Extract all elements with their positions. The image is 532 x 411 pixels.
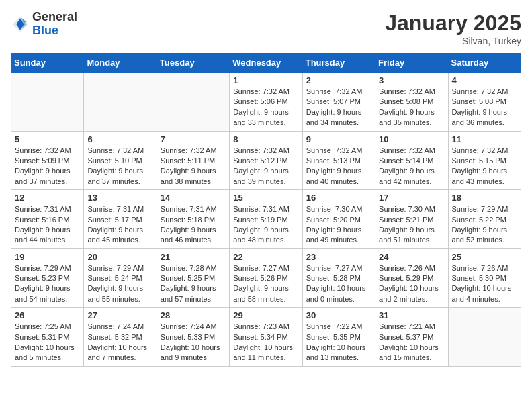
calendar-cell: 22Sunrise: 7:27 AMSunset: 5:26 PMDayligh… (230, 248, 302, 308)
logo: General Blue (11, 11, 77, 38)
cell-content: and 40 minutes. (306, 177, 371, 187)
day-number: 12 (15, 193, 80, 203)
calendar-cell: 13Sunrise: 7:31 AMSunset: 5:17 PMDayligh… (84, 190, 157, 249)
cell-content: Sunset: 5:24 PM (87, 273, 152, 283)
location: Silvan, Turkey (385, 36, 521, 46)
day-number: 22 (233, 252, 298, 262)
cell-content: and 38 minutes. (161, 177, 226, 187)
cell-content: Sunrise: 7:32 AM (379, 87, 444, 97)
calendar-week-row: 1Sunrise: 7:32 AMSunset: 5:06 PMDaylight… (11, 73, 521, 132)
cell-content: Daylight: 9 hours (233, 166, 298, 176)
calendar-cell: 8Sunrise: 7:32 AMSunset: 5:12 PMDaylight… (230, 131, 302, 190)
cell-content: and 57 minutes. (161, 294, 226, 304)
cell-content: Daylight: 9 hours (161, 225, 226, 235)
calendar-cell: 5Sunrise: 7:32 AMSunset: 5:09 PMDaylight… (11, 131, 84, 190)
cell-content: Daylight: 10 hours (15, 342, 80, 353)
cell-content: Sunset: 5:32 PM (87, 332, 152, 342)
weekday-header: Saturday (448, 54, 521, 73)
cell-content: Sunrise: 7:29 AM (15, 263, 80, 273)
cell-content: Sunrise: 7:32 AM (233, 146, 298, 156)
day-number: 11 (452, 134, 517, 144)
cell-content: Daylight: 10 hours (306, 283, 371, 293)
calendar-cell: 19Sunrise: 7:29 AMSunset: 5:23 PMDayligh… (11, 248, 84, 308)
day-number: 30 (306, 310, 371, 320)
cell-content: Daylight: 9 hours (452, 166, 517, 176)
day-number: 14 (161, 193, 226, 203)
cell-content: Daylight: 10 hours (233, 342, 298, 353)
calendar-week-row: 19Sunrise: 7:29 AMSunset: 5:23 PMDayligh… (11, 248, 521, 308)
cell-content: Daylight: 10 hours (161, 342, 226, 353)
cell-content: Sunset: 5:26 PM (233, 273, 298, 283)
calendar-cell: 23Sunrise: 7:27 AMSunset: 5:28 PMDayligh… (302, 248, 375, 308)
cell-content: and 43 minutes. (452, 177, 517, 187)
day-number: 26 (15, 310, 80, 320)
calendar-cell: 29Sunrise: 7:23 AMSunset: 5:34 PMDayligh… (230, 308, 302, 367)
cell-content: Daylight: 10 hours (87, 342, 152, 353)
day-number: 18 (452, 193, 517, 203)
day-number: 5 (15, 134, 80, 144)
cell-content: Sunset: 5:30 PM (452, 273, 517, 283)
cell-content: Daylight: 10 hours (306, 342, 371, 353)
day-number: 20 (87, 252, 152, 262)
cell-content: Sunset: 5:11 PM (161, 156, 226, 166)
calendar-cell: 16Sunrise: 7:30 AMSunset: 5:20 PMDayligh… (302, 190, 375, 249)
calendar-cell: 28Sunrise: 7:24 AMSunset: 5:33 PMDayligh… (157, 308, 229, 367)
cell-content: Daylight: 9 hours (161, 166, 226, 176)
cell-content: Sunrise: 7:31 AM (15, 204, 80, 214)
cell-content: and 55 minutes. (87, 294, 152, 304)
day-number: 16 (306, 193, 371, 203)
calendar-week-row: 26Sunrise: 7:25 AMSunset: 5:31 PMDayligh… (11, 308, 521, 367)
cell-content: Daylight: 9 hours (87, 225, 152, 235)
day-number: 17 (379, 193, 444, 203)
cell-content: Sunrise: 7:23 AM (233, 322, 298, 332)
weekday-header: Thursday (302, 54, 375, 73)
cell-content: Sunrise: 7:27 AM (233, 263, 298, 273)
cell-content: and 42 minutes. (379, 177, 444, 187)
cell-content: and 54 minutes. (15, 294, 80, 304)
day-number: 19 (15, 252, 80, 262)
cell-content: Sunset: 5:15 PM (452, 156, 517, 166)
cell-content: Sunset: 5:08 PM (379, 97, 444, 107)
cell-content: and 9 minutes. (161, 353, 226, 363)
calendar-cell (84, 73, 157, 132)
cell-content: and 0 minutes. (306, 294, 371, 304)
calendar-cell: 11Sunrise: 7:32 AMSunset: 5:15 PMDayligh… (448, 131, 521, 190)
cell-content: and 52 minutes. (452, 235, 517, 245)
cell-content: and 33 minutes. (233, 118, 298, 128)
calendar-cell: 31Sunrise: 7:21 AMSunset: 5:37 PMDayligh… (375, 308, 448, 367)
cell-content: Daylight: 9 hours (379, 107, 444, 118)
cell-content: Sunset: 5:07 PM (306, 97, 371, 107)
day-number: 13 (87, 193, 152, 203)
cell-content: Daylight: 9 hours (306, 107, 371, 118)
cell-content: Sunset: 5:22 PM (452, 215, 517, 225)
cell-content: Daylight: 9 hours (15, 225, 80, 235)
cell-content: and 4 minutes. (452, 294, 517, 304)
cell-content: Sunrise: 7:30 AM (306, 204, 371, 214)
cell-content: and 2 minutes. (379, 294, 444, 304)
cell-content: Daylight: 9 hours (379, 225, 444, 235)
cell-content: Sunset: 5:29 PM (379, 273, 444, 283)
calendar-cell: 3Sunrise: 7:32 AMSunset: 5:08 PMDaylight… (375, 73, 448, 132)
cell-content: Daylight: 10 hours (379, 283, 444, 293)
calendar-cell: 14Sunrise: 7:31 AMSunset: 5:18 PMDayligh… (157, 190, 229, 249)
day-number: 27 (87, 310, 152, 320)
cell-content: Sunset: 5:09 PM (15, 156, 80, 166)
day-number: 10 (379, 134, 444, 144)
cell-content: Sunset: 5:13 PM (306, 156, 371, 166)
calendar-cell: 26Sunrise: 7:25 AMSunset: 5:31 PMDayligh… (11, 308, 84, 367)
day-number: 4 (452, 75, 517, 85)
cell-content: Daylight: 10 hours (452, 283, 517, 293)
logo-general-text: General (32, 10, 77, 24)
cell-content: Sunrise: 7:32 AM (15, 146, 80, 156)
title-block: January 2025 Silvan, Turkey (385, 11, 521, 46)
cell-content: Sunset: 5:35 PM (306, 332, 371, 342)
day-number: 3 (379, 75, 444, 85)
calendar-cell: 10Sunrise: 7:32 AMSunset: 5:14 PMDayligh… (375, 131, 448, 190)
day-number: 25 (452, 252, 517, 262)
calendar-cell: 25Sunrise: 7:26 AMSunset: 5:30 PMDayligh… (448, 248, 521, 308)
cell-content: Sunset: 5:18 PM (161, 215, 226, 225)
cell-content: and 39 minutes. (233, 177, 298, 187)
cell-content: and 45 minutes. (87, 235, 152, 245)
cell-content: Sunset: 5:23 PM (15, 273, 80, 283)
cell-content: and 51 minutes. (379, 235, 444, 245)
